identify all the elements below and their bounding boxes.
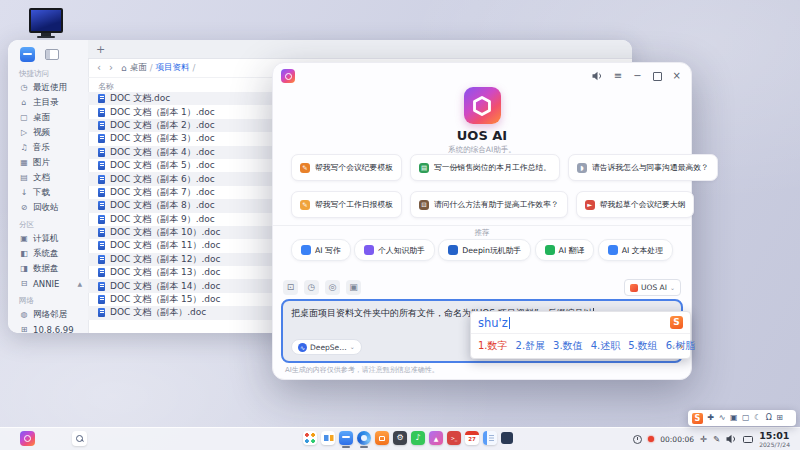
suggestion-card-icon: ⊟ xyxy=(419,200,429,210)
pin-icon[interactable]: ◎ xyxy=(325,280,340,295)
suggestion-card[interactable]: ✎ 帮我写个会议纪要模板 xyxy=(291,154,402,181)
sidebar-item[interactable]: ♫ 音乐 xyxy=(8,140,88,155)
next-page-icon[interactable]: › xyxy=(680,340,684,353)
text-editor-icon[interactable] xyxy=(483,431,497,445)
pinyin-mode-icon[interactable]: ✚ xyxy=(708,413,715,423)
new-tab-button[interactable]: + xyxy=(96,44,105,55)
suggestion-card-icon: ✎ xyxy=(300,163,310,173)
sidebar-item[interactable]: ⌂ 主目录 xyxy=(8,95,88,110)
voice-playback-icon[interactable] xyxy=(592,71,603,81)
symbols-icon[interactable]: ▣ xyxy=(730,413,738,423)
taskbar-clock[interactable]: 15:01 2025/7/24 xyxy=(759,431,790,448)
ime-candidate[interactable]: 5.数组 xyxy=(628,339,658,353)
sidebar-item[interactable]: ◷ 最近使用 xyxy=(8,80,88,95)
model-selector[interactable]: ∿ DeepSe… ⌄ xyxy=(291,339,362,355)
sidebar-item[interactable]: ◧ 系统盘 xyxy=(8,246,88,261)
special-char-icon[interactable]: Ω xyxy=(766,413,772,423)
forward-button[interactable]: › xyxy=(109,63,113,73)
control-center-icon[interactable]: ⚙ xyxy=(393,431,407,445)
suggestion-card-label: 请问什么方法有助于提高工作效率？ xyxy=(434,199,559,210)
suggestion-card-label: 帮我写个会议纪要模板 xyxy=(315,162,393,173)
suggestion-card[interactable]: ◗ 请告诉我怎么与同事沟通最高效？ xyxy=(568,154,718,181)
terminal-icon[interactable]: >_ xyxy=(447,431,461,445)
history-icon[interactable]: ◷ xyxy=(304,280,319,295)
suggestion-card[interactable]: ► 帮我起草个会议纪要大纲 xyxy=(576,191,695,218)
breadcrumb-desktop[interactable]: 桌面 xyxy=(130,62,147,74)
ime-composition: shu'z xyxy=(478,316,508,330)
music-icon[interactable]: ♪ xyxy=(411,431,425,445)
suggestion-card[interactable]: ✎ 帮我写个工作日报模板 xyxy=(291,191,402,218)
sidebar-item[interactable]: ▷ 视频 xyxy=(8,125,88,140)
back-button[interactable]: ‹ xyxy=(97,63,101,73)
sogou-logo-icon[interactable]: S xyxy=(692,413,703,424)
annotate-pen-icon[interactable]: ✎ xyxy=(713,434,720,444)
menu-icon[interactable]: ≡ xyxy=(614,71,622,81)
sidebar-group-title: 分区 xyxy=(8,215,88,231)
assistant-chip[interactable]: Deepin玩机助手 xyxy=(438,239,531,261)
gallery-icon[interactable]: ▣ xyxy=(346,280,361,295)
suggestion-card-label: 请告诉我怎么与同事沟通最高效？ xyxy=(592,162,709,173)
sidebar-item[interactable]: ◍ 网络邻居 xyxy=(8,307,88,322)
launcher-icon[interactable] xyxy=(303,431,317,445)
close-button[interactable]: × xyxy=(673,71,681,81)
sidebar-item[interactable]: ▦ 图片 xyxy=(8,155,88,170)
suggestion-card[interactable]: ⊟ 请问什么方法有助于提高工作效率？ xyxy=(410,191,568,218)
assistant-chip[interactable]: AI 翻译 xyxy=(535,239,595,261)
sidebar-item[interactable]: ↓ 下载 xyxy=(8,185,88,200)
sidebar-item[interactable]: ⊟ ANNIE ▲ xyxy=(8,276,88,291)
file-name: DOC 文档（副本 6）.doc xyxy=(110,173,215,186)
input-method-icon[interactable]: ✛ xyxy=(700,434,707,444)
home-icon[interactable]: ⌂ xyxy=(121,63,127,73)
volume-icon[interactable] xyxy=(726,434,737,444)
browser-icon[interactable] xyxy=(357,431,371,445)
file-manager-taskbar-icon[interactable] xyxy=(339,431,353,445)
file-manager-sidebar: 快捷访问 ◷ 最近使用 ⌂ 主目录 xyxy=(8,40,89,333)
toolbox-icon[interactable]: ⊞ xyxy=(776,413,783,423)
uos-ai-taskbar-icon[interactable] xyxy=(20,431,35,446)
maximize-button[interactable] xyxy=(653,72,662,81)
prev-page-icon[interactable]: ‹ xyxy=(671,340,675,353)
calendar-icon[interactable]: 27 xyxy=(465,431,479,445)
night-mode-icon[interactable]: ☾ xyxy=(754,413,761,423)
system-app-icon[interactable] xyxy=(501,432,513,444)
sidebar-item[interactable]: ⊞ 10.8.6.99 xyxy=(8,322,88,333)
sidebar-item[interactable]: ◨ 数据盘 xyxy=(8,261,88,276)
image-viewer-icon[interactable]: ▲ xyxy=(429,431,443,445)
breadcrumb-project-folder[interactable]: 项目资料 xyxy=(156,62,190,74)
file-name: DOC 文档（副本 5）.doc xyxy=(110,159,215,172)
assistant-chip[interactable]: 个人知识助手 xyxy=(354,239,435,261)
assistant-chip[interactable]: AI 文本处理 xyxy=(598,239,673,261)
sidebar-item-icon: ◍ xyxy=(19,310,29,320)
taskbar: ⚙ ♪ ▲ >_ 27 00:00:06 ✛ ✎ 15:01 2025/7/24 xyxy=(0,427,800,450)
file-name: DOC 文档.doc xyxy=(110,92,170,105)
screenshot-icon[interactable]: ⊡ xyxy=(283,280,298,295)
doc-file-icon xyxy=(98,148,105,157)
doc-file-icon xyxy=(98,215,105,224)
suggestion-card[interactable]: ▤ 写一份销售岗位的本月工作总结。 xyxy=(410,154,560,181)
display-settings-icon[interactable] xyxy=(743,436,753,443)
ime-candidate[interactable]: 2.舒展 xyxy=(516,339,546,353)
voice-input-icon[interactable]: ∿ xyxy=(719,413,726,423)
ime-candidate[interactable]: 4.述职 xyxy=(591,339,621,353)
ime-candidate[interactable]: 3.数值 xyxy=(553,339,583,353)
sidebar-toggle-icon[interactable] xyxy=(45,49,59,60)
search-icon[interactable] xyxy=(72,431,87,446)
sidebar-item[interactable]: ▤ 文档 xyxy=(8,170,88,185)
app-store-icon[interactable] xyxy=(375,431,389,445)
screen-recorder-icon[interactable] xyxy=(633,435,642,444)
multitask-view-icon[interactable] xyxy=(321,431,335,445)
sidebar-item[interactable]: ▢ 桌面 xyxy=(8,110,88,125)
minimize-button[interactable]: − xyxy=(633,71,641,81)
doc-file-icon xyxy=(98,188,105,197)
assistant-chip-label: Deepin玩机助手 xyxy=(462,245,521,256)
sidebar-item[interactable]: ⊘ 回收站 xyxy=(8,200,88,215)
assistant-chip[interactable]: AI 写作 xyxy=(291,239,351,261)
file-name: DOC 文档（副本 14）.doc xyxy=(110,280,221,293)
clipboard-icon[interactable]: ▢ xyxy=(742,413,750,423)
ime-candidate[interactable]: 1.数字 xyxy=(478,339,508,353)
eject-icon[interactable]: ▲ xyxy=(77,280,82,287)
file-name: DOC 文档（副本 1）.doc xyxy=(110,106,215,119)
sidebar-item[interactable]: ▣ 计算机 xyxy=(8,231,88,246)
uos-ai-model-chip[interactable]: UOS AI ⌄ xyxy=(624,279,681,296)
assistant-chip-icon xyxy=(301,245,311,255)
